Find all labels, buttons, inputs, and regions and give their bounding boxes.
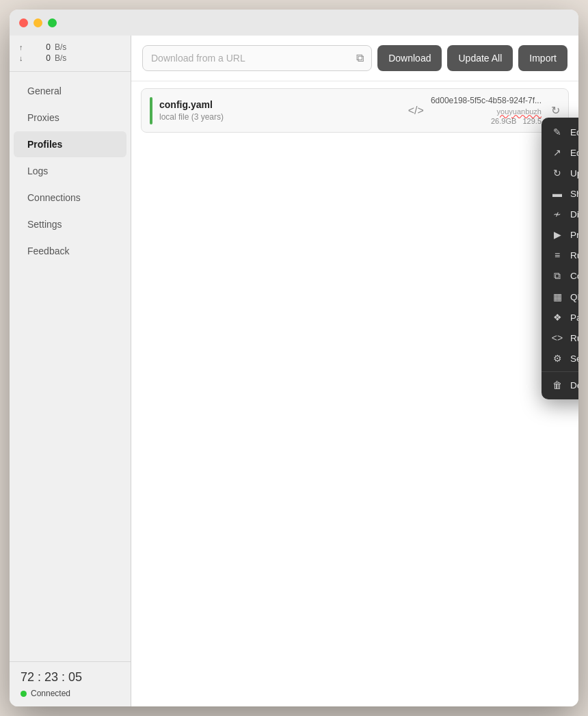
menu-label-show-in-folder: Show in folder	[570, 189, 578, 199]
parsers-icon: ❖	[551, 312, 563, 323]
menu-label-parsers: Parsers	[570, 313, 578, 323]
profile-source: youyuanbuzh	[431, 107, 542, 116]
url-input-wrapper: ⧉	[142, 45, 372, 71]
update-all-button[interactable]: Update All	[447, 45, 513, 71]
menu-label-edit: Edit	[570, 127, 578, 137]
profile-item[interactable]: config.yaml local file (3 years) </> 6d0…	[141, 88, 569, 133]
edit-externally-icon: ↗	[551, 147, 563, 158]
app-window: ↑ 0 B/s ↓ 0 B/s General Proxies Profiles…	[10, 10, 578, 706]
menu-item-diff[interactable]: ≁ Diff	[542, 204, 578, 224]
sidebar-item-general[interactable]: General	[14, 78, 126, 104]
profile-info: config.yaml local file (3 years)	[159, 99, 401, 122]
rules-icon: ≡	[551, 250, 563, 261]
download-arrow-icon: ↓	[19, 54, 26, 62]
menu-divider	[542, 371, 578, 372]
toolbar: ⧉ Download Update All Import	[131, 36, 578, 81]
menu-item-run-script[interactable]: <> Run script	[542, 328, 578, 348]
diff-icon: ≁	[551, 209, 563, 220]
sidebar-bottom: 72 : 23 : 05 Connected	[10, 661, 131, 706]
edit-icon: ✎	[551, 127, 563, 137]
menu-label-diff: Diff	[570, 209, 578, 220]
menu-item-copy[interactable]: ⧉ Copy	[542, 265, 578, 287]
menu-item-proxies[interactable]: ▶ Proxies	[542, 224, 578, 245]
upload-value: 0	[30, 42, 51, 52]
settings-icon: ⚙	[551, 353, 563, 364]
minimize-button[interactable]	[34, 18, 42, 27]
profile-list: config.yaml local file (3 years) </> 6d0…	[131, 81, 578, 706]
main-content: ⧉ Download Update All Import config.yaml…	[131, 36, 578, 706]
window-body: ↑ 0 B/s ↓ 0 B/s General Proxies Profiles…	[10, 36, 578, 706]
menu-item-settings[interactable]: ⚙ Settings	[542, 348, 578, 369]
download-unit: B/s	[55, 53, 66, 63]
menu-item-update[interactable]: ↻ Update	[542, 163, 578, 183]
qrcode-icon: ▦	[551, 291, 563, 302]
menu-item-rules[interactable]: ≡ Rules	[542, 245, 578, 265]
titlebar	[10, 10, 578, 36]
download-button[interactable]: Download	[377, 45, 442, 71]
sidebar-item-logs[interactable]: Logs	[14, 158, 126, 184]
menu-label-edit-externally: Edit externally	[570, 148, 578, 158]
profile-active-indicator	[150, 97, 152, 124]
profile-hash: 6d00e198-5f5c-4b58-924f-7f...	[431, 96, 542, 105]
profile-meta: local file (3 years)	[159, 112, 401, 122]
menu-item-edit[interactable]: ✎ Edit	[542, 122, 578, 142]
paste-url-button[interactable]: ⧉	[353, 49, 366, 67]
menu-label-rules: Rules	[570, 250, 578, 261]
profile-refresh-icon[interactable]: ↻	[551, 104, 560, 117]
folder-icon: ▬	[551, 188, 563, 199]
sidebar-nav: General Proxies Profiles Logs Connection…	[10, 72, 131, 661]
menu-label-copy: Copy	[570, 271, 578, 281]
update-icon: ↻	[551, 168, 563, 178]
run-script-icon: <>	[551, 332, 563, 343]
upload-stat-row: ↑ 0 B/s	[19, 42, 121, 52]
connected-label: Connected	[31, 689, 70, 698]
sidebar-item-settings[interactable]: Settings	[14, 211, 126, 237]
menu-label-qrcode: QRCode	[570, 292, 578, 302]
context-menu: ✎ Edit ↗ Edit externally ↻ Update ▬ Show…	[542, 118, 578, 399]
menu-item-qrcode[interactable]: ▦ QRCode	[542, 287, 578, 307]
connected-dot-icon	[21, 691, 27, 697]
sidebar-item-proxies[interactable]: Proxies	[14, 105, 126, 131]
import-button[interactable]: Import	[518, 45, 567, 71]
connection-status: Connected	[21, 689, 120, 698]
menu-label-settings: Settings	[570, 354, 578, 364]
profile-code-icon[interactable]: </>	[408, 105, 424, 117]
sidebar: ↑ 0 B/s ↓ 0 B/s General Proxies Profiles…	[10, 36, 131, 706]
sidebar-item-profiles[interactable]: Profiles	[14, 131, 126, 157]
profile-right: 6d00e198-5f5c-4b58-924f-7f... youyuanbuz…	[431, 96, 542, 125]
proxies-icon: ▶	[551, 229, 563, 240]
sidebar-item-feedback[interactable]: Feedback	[14, 238, 126, 264]
delete-icon: 🗑	[551, 380, 563, 390]
menu-item-delete[interactable]: 🗑 Delete	[542, 375, 578, 395]
menu-label-update: Update	[570, 168, 578, 178]
download-stat-row: ↓ 0 B/s	[19, 53, 121, 63]
url-input[interactable]	[142, 45, 372, 71]
upload-unit: B/s	[55, 42, 66, 52]
profile-stats: 26.9GB 129.5	[431, 117, 542, 125]
menu-item-edit-externally[interactable]: ↗ Edit externally	[542, 142, 578, 163]
copy-icon: ⧉	[551, 270, 563, 282]
upload-arrow-icon: ↑	[19, 43, 26, 51]
profile-name: config.yaml	[159, 99, 401, 110]
menu-item-show-in-folder[interactable]: ▬ Show in folder	[542, 183, 578, 204]
maximize-button[interactable]	[48, 18, 57, 27]
menu-label-run-script: Run script	[570, 333, 578, 343]
menu-label-proxies: Proxies	[570, 230, 578, 240]
menu-item-parsers[interactable]: ❖ Parsers	[542, 307, 578, 328]
sidebar-stats: ↑ 0 B/s ↓ 0 B/s	[10, 36, 131, 72]
profile-size2: 129.5	[522, 117, 542, 125]
profile-size1: 26.9GB	[491, 117, 516, 125]
session-timer: 72 : 23 : 05	[21, 670, 120, 685]
menu-label-delete: Delete	[570, 380, 578, 390]
download-value: 0	[30, 53, 51, 63]
traffic-lights	[19, 18, 57, 27]
sidebar-item-connections[interactable]: Connections	[14, 185, 126, 211]
close-button[interactable]	[19, 18, 28, 27]
